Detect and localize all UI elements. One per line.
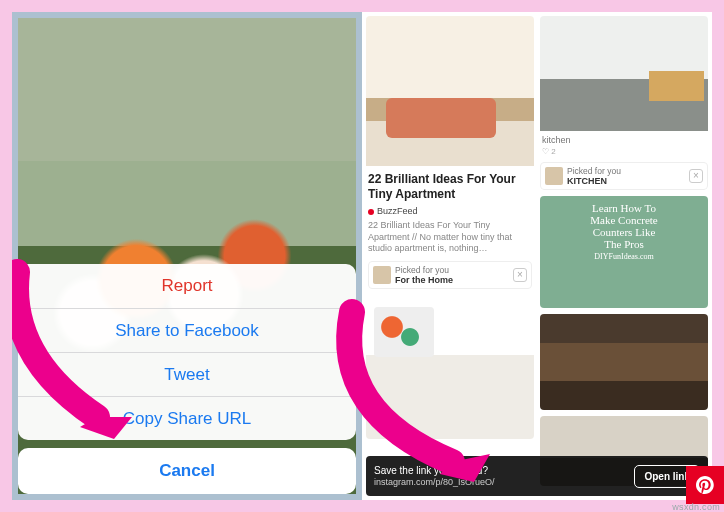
pin-image: Learn How To Make Concrete Counters Like… — [540, 196, 708, 308]
pin-likes: ♡ 2 — [542, 147, 708, 156]
feed-column-2: kitchen ♡ 2 Picked for youKITCHEN × Lear… — [540, 16, 708, 496]
pin-card-apartment[interactable]: 22 Brilliant Ideas For Your Tiny Apartme… — [366, 16, 534, 293]
pin-card-drawer[interactable] — [366, 299, 534, 439]
board-thumb — [545, 167, 563, 185]
pin-description: 22 Brilliant Ideas For Your Tiny Apartme… — [368, 220, 532, 255]
action-share-facebook[interactable]: Share to Facebook — [18, 308, 356, 352]
toast-title: Save the link you copied? — [374, 465, 634, 477]
pinterest-feed[interactable]: 22 Brilliant Ideas For Your Tiny Apartme… — [366, 16, 708, 496]
pin-image — [540, 16, 708, 131]
pin-title: 22 Brilliant Ideas For Your Tiny Apartme… — [368, 172, 532, 202]
action-report[interactable]: Report — [18, 264, 356, 308]
pinterest-icon — [696, 476, 714, 494]
pin-image — [540, 314, 708, 410]
pin-card-kitchen[interactable]: kitchen ♡ 2 Picked for youKITCHEN × — [540, 16, 708, 190]
dismiss-icon[interactable]: × — [689, 169, 703, 183]
pinterest-share-button[interactable] — [686, 466, 724, 504]
pin-caption: kitchen — [542, 135, 708, 145]
picked-for-you-row: Picked for youFor the Home × — [368, 261, 532, 289]
action-tweet[interactable]: Tweet — [18, 352, 356, 396]
tutorial-frame: Report Share to Facebook Tweet Copy Shar… — [0, 0, 724, 512]
dismiss-icon[interactable]: × — [513, 268, 527, 282]
action-copy-share-url[interactable]: Copy Share URL — [18, 396, 356, 440]
pin-card-counter[interactable] — [540, 314, 708, 410]
picked-for-you-row: Picked for youKITCHEN × — [540, 162, 708, 190]
ios-action-sheet: Report Share to Facebook Tweet Copy Shar… — [18, 264, 356, 494]
pin-source: BuzzFeed — [368, 206, 532, 216]
toast-url: instagram.com/p/80_IsOrueO/ — [374, 477, 634, 488]
action-sheet-group: Report Share to Facebook Tweet Copy Shar… — [18, 264, 356, 440]
right-screenshot: 22 Brilliant Ideas For Your Tiny Apartme… — [362, 12, 712, 500]
board-thumb — [373, 266, 391, 284]
watermark: wsxdn.com — [672, 502, 720, 512]
save-link-toast: Save the link you copied? instagram.com/… — [366, 456, 708, 496]
pin-card-concrete[interactable]: Learn How To Make Concrete Counters Like… — [540, 196, 708, 308]
pin-image — [366, 299, 534, 439]
left-screenshot: Report Share to Facebook Tweet Copy Shar… — [12, 12, 362, 500]
pin-image — [366, 16, 534, 166]
action-cancel[interactable]: Cancel — [18, 448, 356, 494]
feed-column-1: 22 Brilliant Ideas For Your Tiny Apartme… — [366, 16, 534, 496]
